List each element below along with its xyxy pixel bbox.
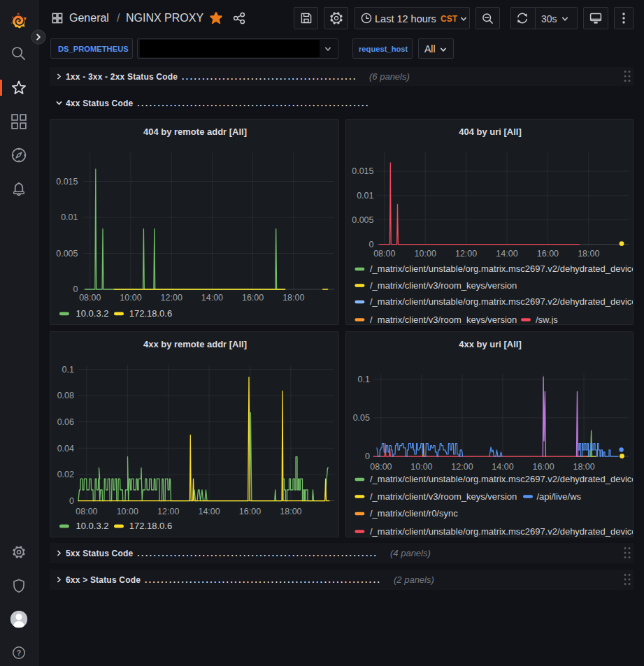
- svg-text:/_matrix/client/unstable/org.m: /_matrix/client/unstable/org.matrix.msc2…: [370, 263, 634, 274]
- svg-text:0.005: 0.005: [352, 215, 373, 225]
- svg-text:18:00: 18:00: [578, 249, 599, 259]
- svg-text:10:00: 10:00: [117, 507, 138, 516]
- svg-text:08:00: 08:00: [370, 462, 392, 472]
- svg-text:0.1: 0.1: [358, 375, 370, 384]
- svg-text:?: ?: [17, 649, 21, 657]
- svg-text:10:00: 10:00: [120, 293, 141, 303]
- svg-text:0.015: 0.015: [56, 177, 78, 187]
- svg-text:14:00: 14:00: [198, 507, 220, 516]
- svg-text:08:00: 08:00: [76, 507, 97, 516]
- svg-text:16:00: 16:00: [242, 293, 264, 303]
- svg-text:08:00: 08:00: [79, 293, 101, 303]
- svg-text:0.01: 0.01: [357, 191, 373, 201]
- svg-text:0.06: 0.06: [57, 417, 74, 427]
- svg-text:/sw.js: /sw.js: [536, 314, 558, 325]
- svg-text:4xx by remote addr [All]: 4xx by remote addr [All]: [143, 339, 247, 349]
- svg-text:10:00: 10:00: [410, 462, 432, 472]
- svg-text:12:00: 12:00: [157, 507, 179, 516]
- svg-text:0.015: 0.015: [352, 166, 373, 176]
- svg-text:0: 0: [69, 496, 74, 506]
- svg-text:10:00: 10:00: [415, 249, 436, 259]
- svg-text:0.02: 0.02: [57, 470, 74, 479]
- svg-text:/_matrix/client/unstable/org.m: /_matrix/client/unstable/org.matrix.msc2…: [370, 296, 634, 307]
- svg-text:12:00: 12:00: [451, 462, 473, 472]
- svg-text:0.08: 0.08: [57, 391, 74, 400]
- svg-text:10.0.3.2: 10.0.3.2: [76, 308, 109, 319]
- svg-text:0.01: 0.01: [61, 212, 78, 222]
- svg-text:/_matrix/client/v3/room_keys/v: /_matrix/client/v3/room_keys/version: [370, 280, 517, 291]
- svg-text:12:00: 12:00: [161, 293, 183, 303]
- svg-text:0.05: 0.05: [353, 413, 370, 423]
- svg-text:4xx by uri [All]: 4xx by uri [All]: [459, 339, 522, 349]
- svg-text:16:00: 16:00: [532, 462, 554, 472]
- svg-text:18:00: 18:00: [280, 507, 301, 516]
- svg-text:/_matrix/client/unstable/org.m: /_matrix/client/unstable/org.matrix.msc2…: [370, 474, 634, 484]
- svg-text:10.0.3.2: 10.0.3.2: [76, 521, 109, 531]
- svg-text:0: 0: [369, 240, 374, 249]
- svg-text:08:00: 08:00: [373, 249, 395, 259]
- svg-text:0: 0: [365, 451, 370, 461]
- svg-text:18:00: 18:00: [573, 462, 594, 472]
- svg-text:/_matrix/client/r0/sync: /_matrix/client/r0/sync: [370, 508, 458, 519]
- svg-text:12:00: 12:00: [455, 249, 477, 259]
- svg-text:172.18.0.6: 172.18.0.6: [129, 308, 172, 319]
- svg-text:404 by remote addr [All]: 404 by remote addr [All]: [143, 126, 247, 137]
- svg-text:0.005: 0.005: [56, 249, 78, 259]
- svg-text:0.04: 0.04: [57, 444, 74, 454]
- svg-text:/api/live/ws: /api/live/ws: [537, 491, 582, 502]
- svg-text:/_matrix/client/v3/room_keys/v: /_matrix/client/v3/room_keys/version: [370, 491, 517, 502]
- svg-text:0.1: 0.1: [62, 365, 74, 375]
- svg-text:16:00: 16:00: [537, 249, 559, 259]
- svg-text:404 by uri [All]: 404 by uri [All]: [459, 126, 522, 137]
- svg-text:/_matrix/client/v3/room_keys/v: /_matrix/client/v3/room_keys/version: [370, 314, 517, 325]
- svg-text:0: 0: [73, 284, 78, 294]
- svg-text:14:00: 14:00: [492, 462, 513, 472]
- svg-text:172.18.0.6: 172.18.0.6: [129, 521, 172, 531]
- svg-text:16:00: 16:00: [239, 507, 261, 516]
- svg-text:/_matrix/client/unstable/org.m: /_matrix/client/unstable/org.matrix.msc2…: [370, 526, 634, 537]
- svg-text:14:00: 14:00: [496, 249, 517, 259]
- svg-text:18:00: 18:00: [282, 293, 304, 303]
- svg-text:14:00: 14:00: [201, 293, 223, 303]
